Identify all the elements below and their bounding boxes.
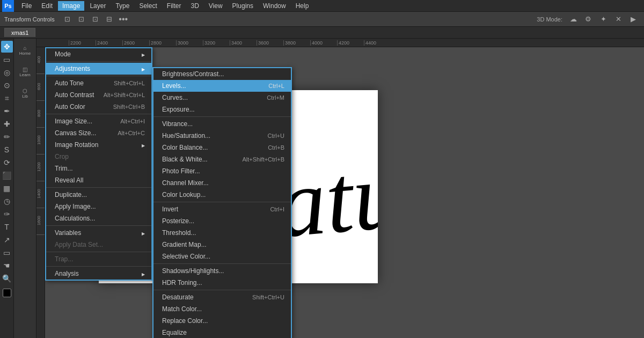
adjustments-menu: Brightness/Contrast... Levels... Ctrl+L … [152,67,292,338]
menu-3d[interactable]: 3D [186,1,203,11]
menu-auto-color[interactable]: Auto Color Shift+Ctrl+B [46,101,151,113]
3d-mode-label: 3D Mode: [537,16,562,23]
path-selection-tool[interactable]: ↗ [1,234,13,246]
align-center-icon[interactable]: ⊡ [75,13,88,25]
adj-vibrance[interactable]: Vibrance... [153,118,291,130]
image-menu: Mode Adjustments Auto Tone S [45,47,152,281]
adj-channel-mixer[interactable]: Channel Mixer... [153,177,291,189]
gradient-tool[interactable]: ▦ [1,182,13,194]
dropdown-overlay: Mode Adjustments Auto Tone S [45,47,152,281]
adj-color-lookup[interactable]: Color Lookup... [153,189,291,201]
dodge-tool[interactable]: ◷ [1,195,13,207]
3d-icon-3[interactable]: ✦ [597,13,610,25]
3d-icon-1[interactable]: ☁ [567,13,580,25]
menu-layer[interactable]: Layer [85,1,110,11]
menu-apply-image[interactable]: Apply Image... [46,201,151,212]
more-options-icon[interactable]: ••• [117,13,130,25]
menu-calculations[interactable]: Calculations... [46,212,151,224]
menu-duplicate[interactable]: Duplicate... [46,189,151,201]
menu-file[interactable]: File [17,1,36,11]
menu-type[interactable]: Type [111,1,134,11]
menu-auto-contrast[interactable]: Auto Contrast Alt+Shift+Ctrl+L [46,89,151,101]
canvas-area: 2200 2400 2600 2800 3000 3200 3400 3600 … [36,39,644,338]
3d-icon-5[interactable]: ▶ [627,13,640,25]
left-toolbar: ✥ ▭ ◎ ⊙ ⌗ ✒ ✚ ✏ S ⟳ ⬛ ▦ ◷ ✑ T ↗ ▭ ☚ 🔍 [0,39,14,338]
ps-logo: Ps [2,0,14,12]
adj-threshold[interactable]: Threshold... [153,227,291,239]
adj-photo-filter[interactable]: Photo Filter... [153,165,291,177]
adj-selective-color[interactable]: Selective Color... [153,251,291,262]
menu-crop[interactable]: Crop [46,151,151,163]
adj-replace-color[interactable]: Replace Color... [153,315,291,327]
adj-exposure[interactable]: Exposure... [153,104,291,115]
panels-strip: ⌂Home ◫Learn ⬡Lib [14,39,36,338]
menu-edit[interactable]: Edit [37,1,57,11]
menu-filter[interactable]: Filter [163,1,186,11]
hand-tool[interactable]: ☚ [1,260,13,271]
quick-select-tool[interactable]: ⊙ [1,79,13,91]
align-right-icon[interactable]: ⊡ [89,13,102,25]
adj-hdr-toning[interactable]: HDR Toning... [153,277,291,289]
marquee-tool[interactable]: ▭ [1,54,13,65]
pen-tool[interactable]: ✑ [1,208,13,220]
adj-match-color[interactable]: Match Color... [153,303,291,315]
menu-window[interactable]: Window [259,1,290,11]
document-tab[interactable]: xmas1 [4,28,35,37]
adj-levels[interactable]: Levels... Ctrl+L [153,80,291,92]
ruler-vertical: 400 600 800 1000 1200 1400 1600 [36,47,45,338]
align-left-icon[interactable]: ⊡ [61,13,74,25]
menu-canvas-size[interactable]: Canvas Size... Alt+Ctrl+C [46,127,151,139]
menu-image-size[interactable]: Image Size... Alt+Ctrl+I [46,115,151,127]
lasso-tool[interactable]: ◎ [1,67,13,78]
type-tool[interactable]: T [1,221,13,233]
adj-brightness-contrast[interactable]: Brightness/Contrast... [153,68,291,80]
main-layout: ✥ ▭ ◎ ⊙ ⌗ ✒ ✚ ✏ S ⟳ ⬛ ▦ ◷ ✑ T ↗ ▭ ☚ 🔍 ⌂H… [0,39,644,338]
eyedropper-tool[interactable]: ✒ [1,105,13,117]
menu-image[interactable]: Image [58,1,84,11]
panel-libraries[interactable]: ⬡Lib [16,84,35,103]
menu-view[interactable]: View [204,1,227,11]
adj-black-white[interactable]: Black & White... Alt+Shift+Ctrl+B [153,153,291,165]
zoom-tool[interactable]: 🔍 [1,273,13,284]
menu-plugins[interactable]: Plugins [228,1,258,11]
adj-color-balance[interactable]: Color Balance... Ctrl+B [153,142,291,153]
menu-variables[interactable]: Variables [46,227,151,239]
panel-home[interactable]: ⌂Home [16,41,35,60]
canvas-viewport: signature Mode Adj [45,47,644,338]
align-stretch-icon[interactable]: ⊟ [103,13,116,25]
healing-tool[interactable]: ✚ [1,118,13,130]
foreground-color[interactable] [3,289,11,297]
adj-gradient-map[interactable]: Gradient Map... [153,239,291,251]
adj-equalize[interactable]: Equalize [153,327,291,338]
menu-adjustments[interactable]: Adjustments [46,63,151,75]
panel-learn[interactable]: ◫Learn [16,62,35,82]
eraser-tool[interactable]: ⬛ [1,170,13,181]
adj-invert[interactable]: Invert Ctrl+I [153,203,291,215]
menu-apply-data-set[interactable]: Apply Data Set... [46,239,151,251]
menu-select[interactable]: Select [135,1,161,11]
brush-tool[interactable]: ✏ [1,131,13,143]
3d-icon-4[interactable]: ✕ [612,13,625,25]
transform-controls-label: Transform Controls [4,16,55,23]
3d-icon-2[interactable]: ⚙ [582,13,595,25]
adj-posterize[interactable]: Posterize... [153,215,291,227]
ruler-horizontal: 2200 2400 2600 2800 3000 3200 3400 3600 … [36,39,644,47]
menu-auto-tone[interactable]: Auto Tone Shift+Ctrl+L [46,77,151,89]
menu-bar: Ps File Edit Image Layer Type Select Fil… [0,0,644,12]
history-tool[interactable]: ⟳ [1,157,13,168]
move-tool[interactable]: ✥ [1,41,13,53]
menu-help[interactable]: Help [291,1,313,11]
adj-shadows-highlights[interactable]: Shadows/Highlights... [153,265,291,277]
adj-hue-saturation[interactable]: Hue/Saturation... Ctrl+U [153,130,291,142]
menu-reveal-all[interactable]: Reveal All [46,174,151,186]
adj-desaturate[interactable]: Desaturate Shift+Ctrl+U [153,291,291,303]
shape-tool[interactable]: ▭ [1,247,13,259]
menu-mode[interactable]: Mode [46,48,151,60]
menu-trap[interactable]: Trap... [46,253,151,265]
adj-curves[interactable]: Curves... Ctrl+M [153,92,291,104]
menu-trim[interactable]: Trim... [46,163,151,174]
crop-tool[interactable]: ⌗ [1,92,13,104]
menu-image-rotation[interactable]: Image Rotation [46,139,151,151]
clone-tool[interactable]: S [1,144,13,156]
menu-analysis[interactable]: Analysis [46,268,151,280]
